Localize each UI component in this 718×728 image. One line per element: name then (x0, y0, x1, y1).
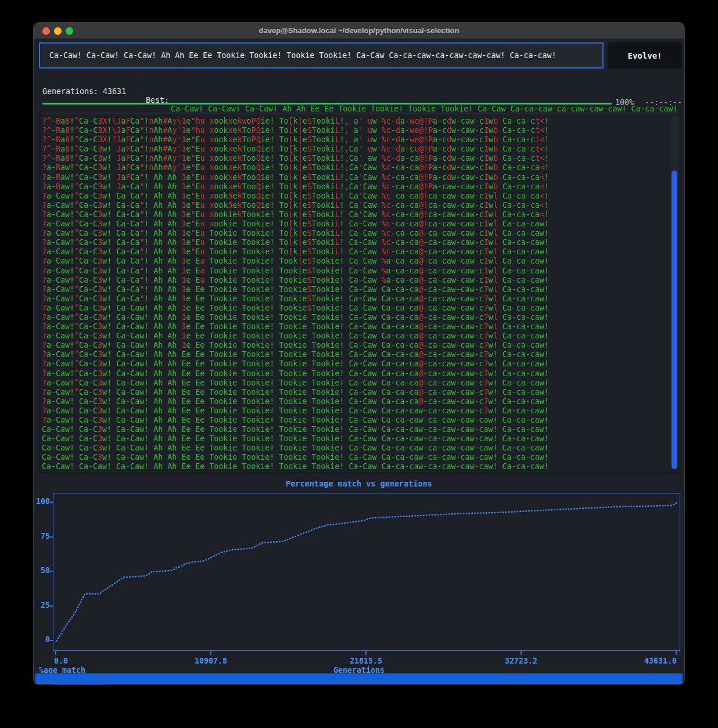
log-line: ?a-Caw!^Ca-C3w! Ca-Ca"! Ah Ah 1e Ea Took… (42, 257, 549, 266)
y-tick-label: 100 (34, 497, 50, 507)
log-line: ?a-Caw!^Ca-C3w! Ca-Ca"! Ah Ah 1e"Eu Took… (42, 238, 549, 247)
progress-bar (42, 103, 612, 104)
log-line: ?a-Caw!^Ca-C3w! Ca-Caw! Ah Ah Ee Ee Took… (42, 369, 549, 379)
x-tick-mark (520, 651, 522, 655)
x-tick-mark (676, 651, 677, 655)
log-line: ?a-Raw!^Ca-C3w! JaFCa"! Ah Ah 1e"Eu xook… (42, 173, 549, 182)
x-tick-mark (55, 651, 56, 655)
evolution-log[interactable]: ?^-Ra8!^Ca-C3X!\JaFCa"!nAh#Ay\1e"hu xook… (39, 114, 680, 473)
log-line: ?^-Ra8!^Ca-C3w! JaFCa"!nAh#Ay'1e"Eu xook… (42, 145, 549, 154)
log-line: Ca-Caw! Ca-C3w! Ca-Caw! Ah Ah Ee Ee Took… (42, 434, 549, 444)
footer: CTRL+Q Quit (35, 673, 683, 684)
progress-percent: 100% (615, 98, 634, 107)
progress-eta: --:--:-- (645, 98, 682, 107)
log-line: ?a-Caw!^Ca-C3w! Ca-Ca"! Ah Ah 1e"Eu xook… (42, 201, 549, 210)
log-line: ?a-Caw!^Ca-C3w! Ca-Caw! Ah Ah 1e Ee Took… (42, 313, 549, 322)
log-line: ?a-Caw!^Ca-C3w! Ca-Ca"! Ah Ah 1e"Eu xook… (42, 210, 549, 219)
log-line: ?a-Caw!^Ca-C3w! Ca-Ca"! Ah Ah 1e Ea Took… (42, 266, 549, 276)
log-line: ?a-Caw!^Ca-C3w! Ca-Caw! Ah Ah 1e Ee Took… (42, 322, 549, 331)
scrollbar-thumb[interactable] (672, 171, 677, 469)
log-line: ?a-Caw!^Ca-C3w! Ca-Ca"! Ah Ah 1e Ee Took… (42, 285, 549, 294)
window-title: davep@Shadow.local ~/develop/python/visu… (34, 26, 684, 35)
chart-curve (53, 493, 680, 650)
y-tick-mark (50, 571, 53, 572)
log-line: ?^-Ra8!^Ca-C3X!fJaFCa"!nAh#Ay'1e"Eu xook… (42, 135, 549, 145)
terminal-window: davep@Shadow.local ~/develop/python/visu… (33, 22, 685, 685)
log-line: ?a-Caw!^Ca-C3w! Ca-Caw! Ah Ah 1e Ee Took… (42, 304, 549, 313)
y-tick-label: 75 (34, 532, 50, 542)
progress-row: 100% --:--:-- (34, 98, 684, 109)
log-line: ?a-Caw!^Ca-C3w! Ca-Ca"! Ah Ah 1e Ea Took… (42, 276, 549, 285)
log-line: ?a-Caw! Ca-C3w! Ca-Caw! Ah Ah Ee Ee Took… (42, 397, 549, 406)
status-line: Generations: 43631 Best: Ca-Caw! Ca-Caw!… (34, 78, 684, 89)
log-line: ?a-Caw! Ca-C3w! Ca-Caw! Ah Ah Ee Ee Took… (42, 406, 549, 416)
evolve-button[interactable]: Evolve! (608, 42, 682, 69)
log-line: ?^-Ra8!^Ca-C3w! JaFCa"!nAh#Ay'1e"Eu xook… (42, 154, 549, 163)
x-tick-label: 32723.2 (495, 657, 547, 665)
log-line: Ca-Caw! Ca-C3w! Ca-Caw! Ah Ah Ee Ee Took… (42, 453, 549, 462)
log-line: ?a-Caw!^Ca-C3w! Ca-Ca"! Ah Ah 1e Ee Took… (42, 294, 549, 304)
log-line: ?a-Caw!^Ca-C3w! Ca-Caw! Ah Ah Ee Ee Took… (42, 359, 549, 369)
log-line: ?^-Ra8!^Ca-C3X!\JaFCa"!nAh#Ay\1e"hu xook… (42, 117, 549, 126)
y-tick-label: 0 (34, 635, 50, 646)
footer-key-quit[interactable]: CTRL+Q (55, 684, 106, 685)
log-line: ?a-Caw!^Ca-C3w! Ca-Caw! Ah Ah Ee Ee Took… (42, 388, 549, 397)
x-tick-mark (210, 651, 211, 655)
log-line: Ca-Caw! Ca-Caw! Ca-Caw! Ah Ah Ee Ee Took… (42, 462, 549, 471)
log-scrollbar[interactable] (671, 116, 678, 470)
log-line: ?a-Caw!^Ca-C3w! Ca-Caw! Ah Ah Ee Ee Took… (42, 350, 549, 359)
generations-counter: Generations: 43631 (42, 87, 126, 96)
log-line: Ca-Caw! Ca-C3w! Ca-Caw! Ah Ah Ee Ee Took… (42, 444, 549, 453)
log-line: ?a-Caw!^Ca-C3w! Ca-Ca"! Ah Ah 1e"Eu Took… (42, 247, 549, 257)
log-line: ?a-Raw!^Ca-C3w! Ja-Ca"! Ah Ah 1e"Eu xook… (42, 182, 549, 192)
log-line: ?a-Caw!^Ca-C3w! Ca-Ca"! Ah Ah 1e"Eu Took… (42, 229, 549, 238)
y-tick-mark (50, 640, 53, 641)
log-line: ?a-Caw!^Ca-C3w! Ca-Ca"! Ah Ah 1e"Eu xook… (42, 192, 549, 201)
chart-title: Percentage match vs generations (34, 479, 684, 488)
x-tick-label: 0.0 (35, 657, 87, 665)
log-line: Ca-Caw! Ca-C3w! Ca-Caw! Ah Ah Ee Ee Took… (42, 425, 549, 434)
log-line: ?a-Caw!^Ca-C3w! Ca-Caw! Ah Ah 1e Ee Took… (42, 331, 549, 341)
log-line: ?a-Caw!^Ca-C3w! Ca-Ca"! Ah Ah 1e"Eu xook… (42, 219, 549, 229)
x-tick-mark (365, 651, 367, 655)
log-line: ?a-Caw!^Ca-C3w! Ca-Caw! Ah Ah Ee Ee Took… (42, 379, 549, 388)
x-tick-label: 21815.5 (340, 657, 392, 665)
log-line: ?a-Caw! Ca-C3w! Ca-Caw! Ah Ah Ee Ee Took… (42, 416, 549, 425)
target-string-input[interactable] (39, 42, 604, 69)
log-lines: ?^-Ra8!^Ca-C3X!\JaFCa"!nAh#Ay\1e"hu xook… (42, 117, 549, 472)
log-line: ?a-Caw!^Ca-C3w! Ca-Caw! Ah Ah 1e Ee Took… (42, 341, 549, 350)
x-tick-label: 43631.0 (634, 657, 685, 665)
y-tick-mark (50, 536, 53, 538)
log-line: ?^-Ra8!^Ca-C3X!\JaFCa"!nAh#Ay'1e"hu xook… (42, 126, 549, 135)
y-tick-label: 50 (34, 566, 50, 576)
y-tick-label: 25 (34, 601, 50, 611)
chart-plot (53, 493, 680, 651)
x-tick-label: 10907.8 (185, 657, 237, 665)
log-line: ?a-Raw!^Ca-C3w! JaFCa"!nAh#Ay'1e"Eu xook… (42, 163, 549, 172)
titlebar[interactable]: davep@Shadow.local ~/develop/python/visu… (34, 23, 684, 39)
y-tick-mark (50, 502, 53, 503)
y-tick-mark (50, 606, 53, 607)
